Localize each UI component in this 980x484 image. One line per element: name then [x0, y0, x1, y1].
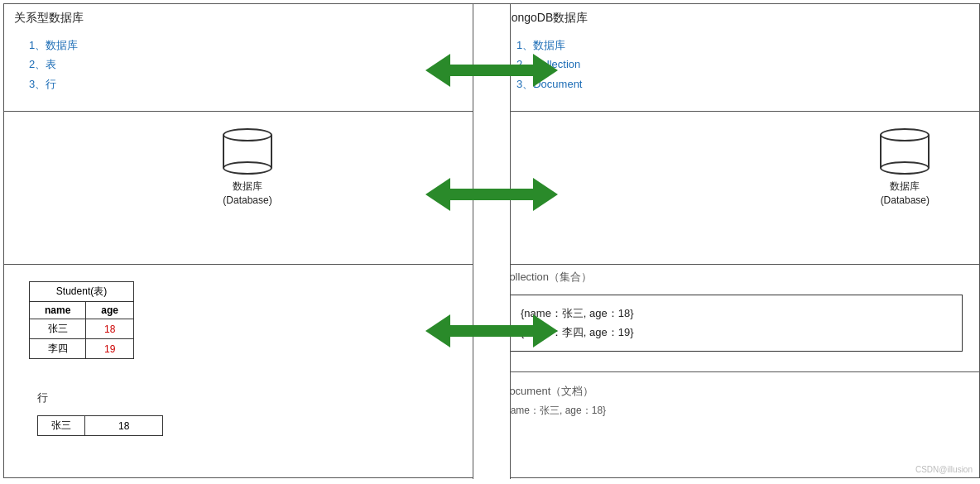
left-panel-title: 关系型数据库 [4, 4, 491, 32]
right-panel-title: MongoDB数据库 [492, 4, 979, 32]
svg-marker-2 [425, 314, 558, 347]
left-row1: 关系型数据库 1、数据库 2、表 3、行 [4, 4, 491, 112]
student-table: Student(表) name age 张三 18 李四 [29, 281, 134, 359]
arrow-3 [425, 310, 558, 354]
right-db-label: 数据库 (Database) [881, 180, 930, 208]
row-cell-name: 张三 [38, 416, 85, 436]
right-list-item-2: 2、Collection [516, 55, 954, 74]
row-section: 行 张三 18 [4, 384, 491, 436]
table-header-row: name age [30, 302, 134, 319]
cyl-top [223, 128, 272, 141]
svg-marker-1 [425, 178, 558, 211]
arrow-2 [425, 174, 558, 218]
student-table-wrapper: Student(表) name age 张三 18 李四 [4, 265, 491, 376]
left-row2: 数据库 (Database) [4, 112, 491, 265]
collection-section: Collection（集合） {name：张三, age：18} {name：李… [492, 265, 979, 372]
row1-name: 张三 [30, 319, 86, 339]
right-row2: 数据库 (Database) [492, 112, 979, 265]
document-content: {name：张三, age：18} [492, 400, 979, 421]
right-cyl-top [880, 128, 930, 141]
left-cylinder [223, 128, 272, 175]
svg-marker-0 [425, 54, 558, 87]
row-cell-age: 18 [85, 416, 163, 436]
table-caption: Student(表) [29, 281, 134, 301]
right-list-item-1: 1、数据库 [516, 36, 954, 55]
right-list: 1、数据库 2、Collection 3、Document [492, 32, 979, 97]
arrow-2-svg [425, 174, 558, 215]
table-row: 张三 18 [30, 319, 134, 339]
right-column: MongoDB数据库 1、数据库 2、Collection 3、Document… [492, 4, 979, 477]
row2-age: 19 [86, 339, 134, 359]
left-list-item-2: 2、表 [29, 55, 466, 74]
watermark: CSDN@illusion [915, 465, 973, 474]
cyl-bottom [223, 161, 272, 175]
right-row1: MongoDB数据库 1、数据库 2、Collection 3、Document [492, 4, 979, 112]
collection-box: {name：张三, age：18} {name：李四, age：19} [508, 295, 963, 352]
arrow-3-svg [425, 310, 558, 352]
collection-line-2: {name：李四, age：19} [521, 323, 950, 342]
left-list-item-1: 1、数据库 [29, 36, 466, 55]
col-age: age [86, 302, 134, 319]
row-data-row: 张三 18 [38, 416, 163, 436]
right-list-item-3: 3、Document [516, 74, 954, 93]
arrow-1 [425, 50, 558, 93]
left-list: 1、数据库 2、表 3、行 [4, 32, 491, 97]
col-name: name [30, 302, 86, 319]
table-row: 李四 19 [30, 339, 134, 359]
left-db-cylinder-container: 数据库 (Database) [4, 112, 491, 224]
row-table: 张三 18 [37, 415, 163, 436]
collection-title: Collection（集合） [492, 265, 979, 286]
collection-line-1: {name：张三, age：18} [521, 304, 950, 323]
arrow-1-svg [425, 50, 558, 91]
left-column: 关系型数据库 1、数据库 2、表 3、行 数据库 (Database) [4, 4, 492, 477]
row-label: 行 [21, 384, 491, 412]
row1-age: 18 [86, 319, 134, 339]
right-row3: Collection（集合） {name：张三, age：18} {name：李… [492, 265, 979, 477]
document-section: Document（文档） {name：张三, age：18} [492, 372, 979, 428]
row2-name: 李四 [30, 339, 86, 359]
left-row3: Student(表) name age 张三 18 李四 [4, 265, 491, 477]
main-layout: 关系型数据库 1、数据库 2、表 3、行 数据库 (Database) [3, 3, 980, 478]
right-db-cylinder-container: 数据库 (Database) [492, 112, 979, 224]
document-title: Document（文档） [492, 379, 979, 400]
right-cylinder [880, 128, 930, 175]
right-cyl-bottom [880, 161, 930, 175]
left-list-item-3: 3、行 [29, 74, 466, 93]
left-db-label: 数据库 (Database) [223, 180, 271, 208]
